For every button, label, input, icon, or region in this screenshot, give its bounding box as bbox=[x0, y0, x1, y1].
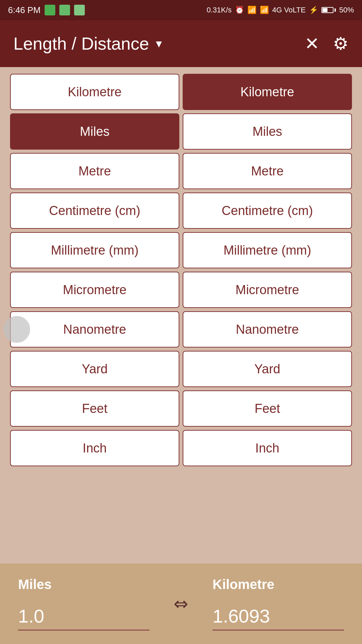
scroll-indicator bbox=[3, 316, 30, 343]
status-left: 6:46 PM bbox=[8, 5, 85, 15]
status-right: 0.31K/s ⏰ 📶 📶 4G VoLTE ⚡ 50% bbox=[206, 6, 354, 14]
app-icon-3 bbox=[74, 5, 85, 15]
bolt-icon: ⚡ bbox=[309, 6, 318, 14]
bottom-panel: Miles 1.0 ⇔ Kilometre 1.6093 bbox=[0, 564, 362, 644]
status-bar: 6:46 PM 0.31K/s ⏰ 📶 📶 4G VoLTE ⚡ 50% bbox=[0, 0, 362, 20]
to-value: 1.6093 bbox=[213, 605, 344, 631]
from-label: Miles bbox=[18, 577, 149, 592]
unit-btn-left-kilometre[interactable]: Kilometre bbox=[10, 74, 179, 110]
swap-icon[interactable]: ⇔ bbox=[174, 594, 188, 614]
unit-btn-left-feet[interactable]: Feet bbox=[10, 390, 179, 427]
unit-btn-left-miles[interactable]: Miles bbox=[10, 113, 179, 150]
from-value[interactable]: 1.0 bbox=[18, 605, 149, 631]
unit-btn-right-yard[interactable]: Yard bbox=[183, 351, 352, 387]
page-title: Length / Distance bbox=[13, 34, 149, 54]
unit-btn-right-millimetre[interactable]: Millimetre (mm) bbox=[183, 232, 352, 268]
unit-btn-right-kilometre[interactable]: Kilometre bbox=[183, 74, 352, 110]
app-icon-1 bbox=[45, 5, 55, 15]
to-conversion-box: Kilometre 1.6093 bbox=[204, 570, 352, 637]
wifi-icon: 📶 bbox=[247, 6, 256, 14]
from-conversion-box: Miles 1.0 bbox=[10, 570, 158, 637]
battery-indicator bbox=[321, 7, 336, 13]
content-area: KilometreKilometreMilesMilesMetreMetreCe… bbox=[0, 67, 362, 466]
carrier-label: 4G VoLTE bbox=[272, 6, 306, 14]
unit-btn-left-metre[interactable]: Metre bbox=[10, 153, 179, 189]
unit-btn-left-nanometre[interactable]: Nanometre bbox=[10, 311, 179, 347]
unit-btn-right-miles[interactable]: Miles bbox=[183, 113, 352, 150]
unit-btn-left-centimetre[interactable]: Centimetre (cm) bbox=[10, 193, 179, 229]
alarm-icon: ⏰ bbox=[235, 6, 244, 14]
close-icon[interactable]: ✕ bbox=[305, 34, 319, 54]
unit-btn-right-inch[interactable]: Inch bbox=[183, 430, 352, 466]
unit-btn-right-feet[interactable]: Feet bbox=[183, 390, 352, 427]
header-left: Length / Distance ▾ bbox=[13, 34, 162, 54]
unit-btn-right-nanometre[interactable]: Nanometre bbox=[183, 311, 352, 347]
nanometre-left-wrapper: Nanometre bbox=[10, 311, 179, 347]
unit-btn-left-micrometre[interactable]: Micrometre bbox=[10, 272, 179, 308]
unit-btn-left-millimetre[interactable]: Millimetre (mm) bbox=[10, 232, 179, 268]
network-speed: 0.31K/s bbox=[206, 6, 232, 14]
unit-btn-right-centimetre[interactable]: Centimetre (cm) bbox=[183, 193, 352, 229]
unit-grid: KilometreKilometreMilesMilesMetreMetreCe… bbox=[10, 74, 352, 466]
header-icons: ✕ ⚙ bbox=[305, 34, 349, 54]
app-header: Length / Distance ▾ ✕ ⚙ bbox=[0, 20, 362, 67]
unit-btn-left-inch[interactable]: Inch bbox=[10, 430, 179, 466]
dropdown-arrow-icon[interactable]: ▾ bbox=[156, 37, 162, 51]
to-label: Kilometre bbox=[213, 577, 344, 592]
settings-icon[interactable]: ⚙ bbox=[333, 34, 349, 54]
unit-btn-left-yard[interactable]: Yard bbox=[10, 351, 179, 387]
unit-btn-right-metre[interactable]: Metre bbox=[183, 153, 352, 189]
app-icon-2 bbox=[59, 5, 70, 15]
time: 6:46 PM bbox=[8, 5, 41, 15]
battery-percent: 50% bbox=[339, 6, 354, 14]
unit-btn-right-micrometre[interactable]: Micrometre bbox=[183, 272, 352, 308]
signal-icon: 📶 bbox=[260, 6, 269, 14]
